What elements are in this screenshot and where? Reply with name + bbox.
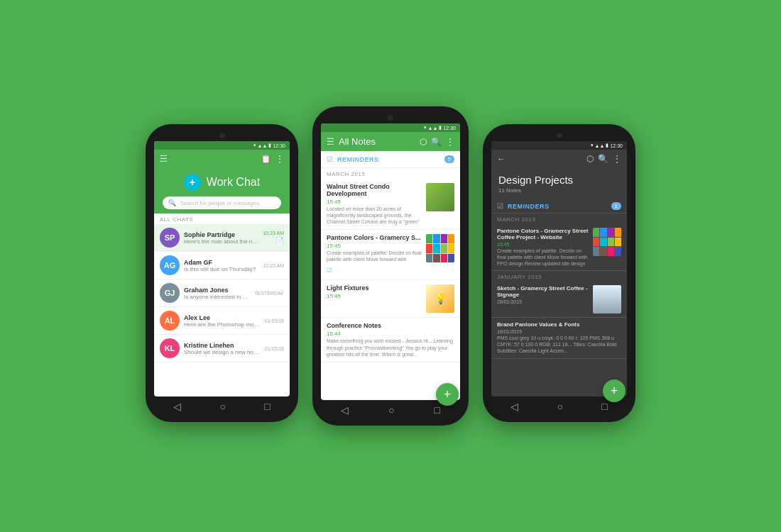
chat-preview: Here are the Photoshop mockups you ... <box>184 321 261 328</box>
reminders-bar-center[interactable]: ☑ REMINDERS 5 <box>321 151 460 168</box>
note-item[interactable]: Pantone Colors - Gramercy S... 15:45 Cre… <box>321 230 460 280</box>
search-icon-center[interactable]: 🔍 <box>431 137 442 147</box>
status-bar-left: ▾ ▲▲ ▮ 12:30 <box>154 141 290 150</box>
fab-button-right[interactable]: + <box>603 379 626 402</box>
chat-info: Kristine Linehen Should we design a new … <box>184 342 261 355</box>
note-item-dark[interactable]: Sketch - Gramercy Street Coffee - Signag… <box>491 282 627 318</box>
avatar: AG <box>160 255 180 275</box>
share-icon-right[interactable]: ⬡ <box>586 154 594 164</box>
note-item-dark[interactable]: Brand Pantone Values & Fonts 16/01/2015 … <box>491 318 627 358</box>
chat-item[interactable]: SP Sophie Partridge Here's the note abou… <box>154 224 290 252</box>
note-title: Light Fixtures <box>327 284 422 292</box>
reminders-bar-right[interactable]: ☑ REMINDERS 1 <box>491 199 627 214</box>
reminder-count: 5 <box>444 155 454 163</box>
chat-info: Alex Lee Here are the Photoshop mockups … <box>184 314 261 328</box>
recents-button[interactable]: □ <box>601 401 607 412</box>
note-content: Pantone Colors - Gramercy S... 15:45 Cre… <box>327 234 422 275</box>
month-march-right: MARCH 2015 <box>491 214 627 224</box>
note-thumbnail: 💡 <box>426 284 454 313</box>
battery-icon: ▮ <box>439 125 442 131</box>
back-button[interactable]: ◁ <box>510 401 518 412</box>
chat-item[interactable]: GJ Graham Jones Is anyone interested in … <box>154 279 290 307</box>
home-button[interactable]: ○ <box>220 401 226 412</box>
note-thumbnail <box>426 183 454 211</box>
wifi-icon: ▾ <box>253 143 256 148</box>
fab-button-left[interactable]: + <box>184 174 201 191</box>
note-content-dark: Brand Pantone Values & Fonts 16/01/2015 … <box>497 321 621 354</box>
reminder-icon-dark: ☑ <box>497 202 503 210</box>
chat-item[interactable]: AL Alex Lee Here are the Photoshop mocku… <box>154 307 290 335</box>
reminder-label: REMINDERS <box>337 156 440 163</box>
share-icon[interactable]: ⬡ <box>420 137 427 147</box>
chat-info: Adam GF Is this still due on Thursday? <box>184 259 258 272</box>
note-thumbnail-dark <box>593 285 621 314</box>
fab-button-center[interactable]: + <box>436 383 459 406</box>
status-icons-left: ▾ ▲▲ ▮ 12:30 <box>253 143 285 148</box>
chat-preview: Is anyone interested in going to In-N-Ou… <box>184 294 250 300</box>
note-body-dark: PMS cool grey 10 u cmyk: 0 0 0 60 r: 105… <box>497 335 621 354</box>
search-icon: 🔍 <box>168 199 176 206</box>
chat-info: Graham Jones Is anyone interested in goi… <box>184 287 250 300</box>
recents-button[interactable]: □ <box>435 404 440 416</box>
back-button[interactable]: ◁ <box>341 404 349 416</box>
chat-item[interactable]: KL Kristine Linehen Should we design a n… <box>154 335 290 362</box>
wifi-icon: ▾ <box>424 125 427 131</box>
more-icon-center[interactable]: ⋮ <box>446 137 454 147</box>
chat-name: Adam GF <box>184 259 258 266</box>
month-march-center: MARCH 2015 <box>321 168 460 179</box>
project-count: 11 Notes <box>498 187 620 194</box>
avatar: AL <box>160 311 180 331</box>
note-item-dark[interactable]: Pantone Colors - Gramercy Street Coffee … <box>491 224 627 271</box>
back-icon[interactable]: ← <box>497 154 506 164</box>
chat-list: SP Sophie Partridge Here's the note abou… <box>154 224 290 397</box>
note-thumbnail-dark <box>593 228 621 256</box>
chat-item[interactable]: AG Adam GF Is this still due on Thursday… <box>154 252 290 279</box>
note-body: Located on more than 20 acres of magnifi… <box>327 206 422 225</box>
note-time-dark: 15:45 <box>497 242 589 247</box>
note-content-dark: Sketch - Gramercy Street Coffee - Signag… <box>497 285 589 305</box>
chat-meta-wrap: 10:23 AM 📄 <box>263 231 284 245</box>
chat-time: 01/15/15 <box>265 346 284 351</box>
reminder-count-dark: 1 <box>611 202 621 210</box>
search-placeholder: Search for people or messages <box>180 200 259 206</box>
note-content-dark: Pantone Colors - Gramercy Street Coffee … <box>497 228 589 267</box>
chat-time: 10:23 AM <box>263 263 284 268</box>
note-time: 15:45 <box>327 199 422 205</box>
time-right: 12:30 <box>610 143 623 148</box>
recents-button[interactable]: □ <box>264 401 270 412</box>
home-button[interactable]: ○ <box>557 401 563 412</box>
month-january-right: JANUARY 2015 <box>491 271 627 282</box>
top-bar-icons-right: ⬡ 🔍 ⋮ <box>586 154 621 164</box>
note-badge-icon: 📄 <box>275 237 284 245</box>
note-thumbnail <box>426 234 454 262</box>
more-icon-right[interactable]: ⋮ <box>613 154 621 164</box>
more-icon[interactable]: ⋮ <box>275 154 284 164</box>
menu-icon-center[interactable]: ☰ <box>327 137 334 147</box>
search-bar[interactable]: 🔍 Search for people or messages <box>163 196 281 209</box>
chat-time: YESTERDAY <box>254 291 284 296</box>
note-title-dark: Pantone Colors - Gramercy Street Coffee … <box>497 228 589 240</box>
note-item[interactable]: Walnut Street Condo Development 15:45 Lo… <box>321 179 460 230</box>
signal-icon: ▲▲ <box>595 143 605 148</box>
chat-preview: Should we design a new home screen? <box>184 349 261 355</box>
home-button[interactable]: ○ <box>388 404 394 416</box>
note-time: 15:45 <box>327 293 422 299</box>
phone-nav-left: ◁ ○ □ <box>154 397 290 414</box>
note-time: 15:44 <box>327 331 454 337</box>
back-button[interactable]: ◁ <box>173 401 181 412</box>
battery-icon: ▮ <box>606 143 608 148</box>
notes-title: All Notes <box>339 136 415 147</box>
all-chats-label: ALL CHATS <box>154 214 290 224</box>
note-title-dark: Brand Pantone Values & Fonts <box>497 321 621 328</box>
note-item[interactable]: Light Fixtures 15:45 💡 <box>321 280 460 318</box>
camera-left <box>219 133 225 138</box>
search-icon-right[interactable]: 🔍 <box>598 154 608 164</box>
menu-icon[interactable]: ☰ <box>160 154 168 164</box>
screen-center: ▾ ▲▲ ▮ 12:30 ☰ All Notes ⬡ 🔍 ⋮ ☑ REMINDE… <box>321 123 460 400</box>
note-content: Conference Notes 15:44 Make something yo… <box>327 322 454 357</box>
note-icon[interactable]: 📋 <box>261 154 271 164</box>
project-title: Design Projects <box>498 174 620 186</box>
note-item[interactable]: Conference Notes 15:44 Make something yo… <box>321 318 460 362</box>
chat-name: Kristine Linehen <box>184 342 261 349</box>
chat-preview: Is this still due on Thursday? <box>184 266 258 272</box>
